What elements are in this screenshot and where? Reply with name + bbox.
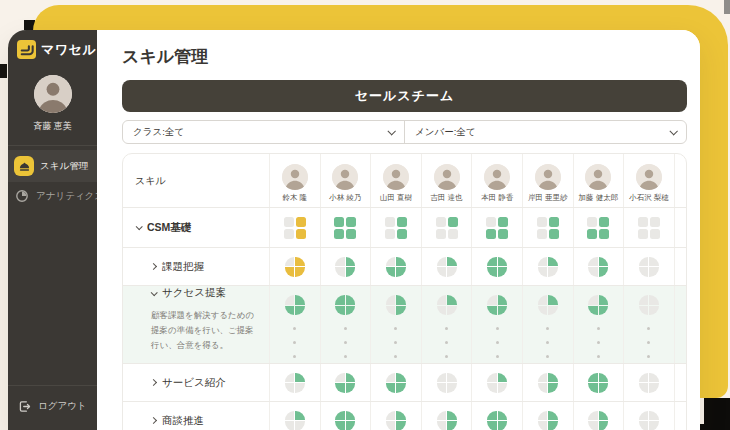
skill-expander[interactable]: サクセス提案 bbox=[123, 286, 269, 300]
skill-score-cell bbox=[320, 286, 371, 363]
criteria-dots bbox=[647, 327, 650, 358]
skill-score-cell bbox=[421, 402, 472, 430]
skill-level-tiles bbox=[436, 217, 458, 239]
skill-level-pie bbox=[487, 373, 507, 393]
member-column-header[interactable]: 鈴木 隆 bbox=[269, 154, 320, 207]
sidebar-bottom: ログアウト bbox=[8, 373, 97, 430]
member-name: 鈴木 隆 bbox=[283, 193, 308, 203]
chevron-down-icon bbox=[151, 289, 158, 296]
skill-level-pie bbox=[386, 257, 406, 277]
skill-level-pie bbox=[639, 373, 659, 393]
skill-score-cell bbox=[471, 286, 522, 363]
skill-score-cell bbox=[573, 286, 624, 363]
chevron-down-icon bbox=[136, 223, 143, 230]
member-name: 小林 綾乃 bbox=[329, 193, 361, 203]
table-spacer-column bbox=[674, 154, 686, 207]
decorative-gray-notch bbox=[724, 0, 730, 14]
skill-label: サービス紹介 bbox=[162, 376, 226, 390]
member-column-header[interactable]: 小林 綾乃 bbox=[320, 154, 371, 207]
skill-level-pie bbox=[487, 411, 507, 430]
table-row: サクセス提案顧客課題を解決するための提案の準備を行い、ご提案行い、合意を得る。 bbox=[123, 286, 686, 364]
skill-header-label: スキル bbox=[135, 174, 269, 188]
skill-score-cell bbox=[320, 248, 371, 285]
class-filter-dropdown[interactable]: クラス:全て bbox=[123, 121, 404, 143]
skill-level-pie bbox=[437, 295, 457, 315]
skill-level-pie bbox=[335, 373, 355, 393]
skill-label: サクセス提案 bbox=[162, 286, 226, 300]
skill-level-pie bbox=[538, 411, 558, 430]
skill-score-cell bbox=[269, 286, 320, 363]
skill-score-cell bbox=[370, 286, 421, 363]
skill-score-cell bbox=[522, 208, 573, 247]
skill-level-tiles bbox=[537, 217, 559, 239]
skill-level-pie bbox=[487, 257, 507, 277]
member-avatar bbox=[332, 164, 358, 190]
member-avatar bbox=[535, 164, 561, 190]
skill-level-pie bbox=[285, 373, 305, 393]
skill-score-cell bbox=[370, 208, 421, 247]
team-selector-button[interactable]: セールスチーム bbox=[122, 80, 687, 112]
logout-button[interactable]: ログアウト bbox=[8, 386, 97, 430]
member-column-header[interactable]: 小石沢 梨穂 bbox=[623, 154, 674, 207]
skill-expander[interactable]: CSM基礎 bbox=[123, 221, 269, 235]
skill-column-header: スキル bbox=[123, 154, 269, 207]
class-filter-label: クラス:全て bbox=[133, 126, 388, 139]
skill-label: CSM基礎 bbox=[147, 221, 191, 235]
member-name: 加藤 健太郎 bbox=[579, 193, 619, 203]
skill-score-cell bbox=[269, 364, 320, 401]
skill-level-pie bbox=[335, 257, 355, 277]
skill-expander[interactable]: 商談推進 bbox=[123, 414, 269, 428]
skill-score-cell bbox=[573, 402, 624, 430]
member-column-header[interactable]: 加藤 健太郎 bbox=[573, 154, 624, 207]
member-name: 本田 静香 bbox=[481, 193, 513, 203]
member-column-header[interactable]: 本田 静香 bbox=[471, 154, 522, 207]
skill-score-cell bbox=[573, 364, 624, 401]
sidebar-item-skill-management[interactable]: スキル管理 bbox=[8, 150, 97, 182]
logo-text: マワセル bbox=[41, 41, 96, 59]
table-spacer-column bbox=[674, 402, 686, 430]
member-column-header[interactable]: 山田 直樹 bbox=[370, 154, 421, 207]
logo-icon bbox=[17, 40, 36, 59]
skill-level-pie bbox=[386, 373, 406, 393]
skill-level-pie bbox=[335, 295, 355, 315]
skill-cell: 課題把握 bbox=[123, 248, 269, 285]
skill-score-cell bbox=[623, 364, 674, 401]
sidebar-item-label: スキル管理 bbox=[40, 160, 88, 173]
skill-level-tiles bbox=[486, 217, 508, 239]
skill-score-cell bbox=[320, 364, 371, 401]
skill-score-cell bbox=[623, 286, 674, 363]
skill-score-cell bbox=[471, 248, 522, 285]
member-column-header[interactable]: 吉田 達也 bbox=[421, 154, 472, 207]
member-avatar bbox=[383, 164, 409, 190]
table-row: CSM基礎 bbox=[123, 208, 686, 248]
skill-score-cell bbox=[471, 208, 522, 247]
skill-label: 商談推進 bbox=[162, 414, 204, 428]
logout-label: ログアウト bbox=[38, 400, 87, 413]
skill-level-pie bbox=[538, 373, 558, 393]
app-window: マワセル 斉藤 恵美 スキル管理 bbox=[8, 30, 700, 430]
chevron-right-icon bbox=[150, 417, 157, 424]
member-avatar bbox=[282, 164, 308, 190]
skill-expander[interactable]: サービス紹介 bbox=[123, 376, 269, 390]
sidebar-item-analytics[interactable]: アナリティクス bbox=[8, 182, 97, 210]
skill-level-pie bbox=[285, 295, 305, 315]
member-avatar bbox=[484, 164, 510, 190]
skill-level-pie bbox=[437, 373, 457, 393]
chevron-right-icon bbox=[150, 263, 157, 270]
skill-level-pie bbox=[538, 257, 558, 277]
criteria-dots bbox=[546, 327, 549, 358]
criteria-dots bbox=[394, 327, 397, 358]
page-title: スキル管理 bbox=[122, 45, 687, 68]
sidebar-divider bbox=[8, 145, 97, 146]
member-name: 吉田 達也 bbox=[431, 193, 463, 203]
skill-score-cell bbox=[623, 248, 674, 285]
member-filter-dropdown[interactable]: メンバー:全て bbox=[404, 121, 686, 143]
chevron-right-icon bbox=[150, 379, 157, 386]
table-spacer-column bbox=[674, 286, 686, 363]
member-filter-label: メンバー:全て bbox=[415, 126, 670, 139]
skill-score-cell bbox=[269, 208, 320, 247]
skill-level-pie bbox=[386, 295, 406, 315]
skill-level-tiles bbox=[385, 217, 407, 239]
member-column-header[interactable]: 岸田 亜里紗 bbox=[522, 154, 573, 207]
skill-expander[interactable]: 課題把握 bbox=[123, 260, 269, 274]
